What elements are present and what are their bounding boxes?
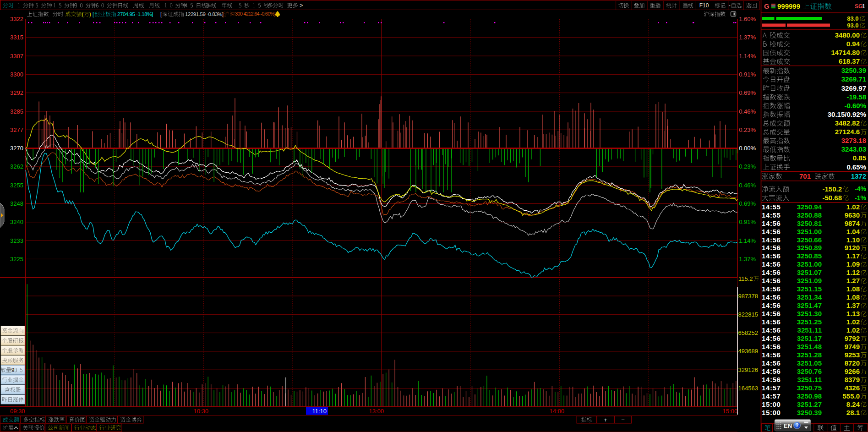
svg-text:-4%: -4% (855, 185, 866, 192)
svg-text:115.2: 115.2 (738, 275, 753, 282)
svg-text:-19.58: -19.58 (846, 93, 866, 101)
svg-text:>: > (300, 2, 303, 9)
svg-text:701: 701 (799, 172, 811, 180)
svg-text:14:57: 14:57 (762, 384, 781, 392)
svg-text:1.14%: 1.14% (739, 237, 756, 244)
svg-text:1.04: 1.04 (846, 228, 860, 235)
svg-text:3250.88: 3250.88 (797, 211, 822, 219)
svg-text:14:55: 14:55 (762, 203, 781, 211)
svg-text:14:56: 14:56 (762, 268, 781, 276)
svg-text:3251.05: 3251.05 (797, 359, 822, 367)
svg-text:0.65%: 0.65% (846, 163, 866, 171)
svg-text:14:56: 14:56 (762, 359, 781, 367)
svg-text:1.02: 1.02 (846, 318, 860, 326)
svg-text:8.24: 8.24 (846, 400, 860, 408)
svg-text:329126: 329126 (738, 366, 758, 373)
svg-text:555.0: 555.0 (842, 392, 860, 400)
svg-text:999999: 999999 (777, 2, 800, 10)
svg-text:1.60%: 1.60% (739, 16, 756, 22)
svg-text:−: − (621, 416, 625, 423)
svg-text:3482.82: 3482.82 (835, 119, 860, 127)
svg-text:164563: 164563 (738, 385, 758, 392)
svg-text:3250.66: 3250.66 (797, 236, 822, 244)
svg-text:0.46%: 0.46% (739, 108, 756, 115)
svg-text:14:56: 14:56 (762, 219, 781, 227)
svg-text:1.13: 1.13 (846, 310, 860, 317)
svg-text:1.37%: 1.37% (739, 34, 756, 41)
svg-text:?: ? (796, 422, 799, 428)
svg-text:3248: 3248 (10, 200, 23, 207)
svg-text:3250.39: 3250.39 (841, 66, 866, 74)
svg-text:14:56: 14:56 (762, 334, 781, 342)
svg-text:3243.03: 3243.03 (841, 145, 866, 153)
svg-text:1.14%: 1.14% (739, 53, 756, 60)
svg-text:3480.00: 3480.00 (835, 31, 860, 39)
svg-text:0.23%: 0.23% (739, 163, 756, 170)
svg-text:12291.59 -0.83%]: 12291.59 -0.83%] (185, 11, 224, 17)
svg-text:3250.81: 3250.81 (797, 219, 822, 227)
svg-text:3240: 3240 (10, 219, 23, 225)
svg-text:3292: 3292 (10, 89, 23, 96)
svg-text:3269.97: 3269.97 (841, 84, 866, 92)
svg-text:1.08: 1.08 (846, 293, 860, 301)
svg-text:9749: 9749 (845, 343, 860, 350)
svg-text:3300: 3300 (10, 71, 23, 78)
svg-text:3269.71: 3269.71 (841, 75, 866, 83)
svg-text:9630: 9630 (845, 211, 860, 219)
svg-text:3307: 3307 (10, 53, 23, 60)
svg-text:11:10: 11:10 (312, 408, 327, 415)
svg-text:0.91%: 0.91% (739, 71, 756, 78)
svg-text:1.12: 1.12 (846, 268, 860, 276)
svg-text:1.09: 1.09 (846, 260, 860, 268)
svg-text:9: 9 (11, 367, 15, 373)
svg-text:8379: 8379 (845, 376, 860, 383)
svg-text:9253: 9253 (845, 351, 860, 359)
svg-text:3250.94: 3250.94 (797, 203, 822, 211)
svg-text:8720: 8720 (845, 359, 860, 367)
svg-text:0.46%: 0.46% (739, 182, 756, 189)
svg-text:3250.98: 3250.98 (797, 392, 822, 400)
svg-text:3251.25: 3251.25 (797, 318, 822, 326)
svg-text:1.37%: 1.37% (739, 256, 756, 262)
svg-text:28.1: 28.1 (846, 409, 860, 416)
svg-text:14:56: 14:56 (762, 228, 781, 235)
svg-text:EN: EN (784, 422, 792, 429)
svg-text:618.37: 618.37 (839, 57, 860, 65)
svg-text:14:56: 14:56 (762, 236, 781, 244)
svg-text:83.0: 83.0 (847, 15, 858, 22)
svg-text:0.94: 0.94 (846, 40, 860, 48)
svg-text:15:00: 15:00 (722, 408, 737, 415)
svg-text:3277: 3277 (10, 126, 23, 133)
svg-text:3251.47: 3251.47 (797, 301, 822, 309)
svg-text:2704.95 -1.18%]: 2704.95 -1.18%] (117, 11, 153, 17)
svg-text:14:55: 14:55 (762, 211, 781, 219)
svg-text:822815: 822815 (738, 311, 758, 318)
svg-text:14:57: 14:57 (762, 392, 781, 400)
svg-text:14:56: 14:56 (762, 285, 781, 293)
svg-text:0.91%: 0.91% (739, 219, 756, 225)
svg-text:3250.39: 3250.39 (797, 409, 822, 416)
svg-text:27124.6: 27124.6 (835, 128, 860, 136)
svg-text:3251.15: 3251.15 (797, 285, 822, 293)
svg-text:3250.85: 3250.85 (797, 252, 822, 260)
svg-text:3251.07: 3251.07 (797, 268, 822, 276)
svg-text:SG: SG (855, 3, 863, 10)
svg-text:-: - (729, 2, 731, 9)
svg-text:0.23%: 0.23% (739, 126, 756, 133)
svg-text:4326: 4326 (845, 384, 860, 392)
svg-text:1.02: 1.02 (846, 203, 860, 211)
svg-text:3285: 3285 (10, 108, 23, 115)
svg-text:0.00%: 0.00% (739, 145, 756, 152)
svg-text:30.15/0.92%: 30.15/0.92% (828, 110, 866, 118)
svg-text:14:56: 14:56 (762, 351, 781, 359)
svg-text:-50.68: -50.68 (822, 194, 842, 202)
svg-text:14:56: 14:56 (762, 293, 781, 301)
svg-text:G: G (764, 2, 770, 10)
svg-text:3233: 3233 (10, 237, 23, 244)
svg-text:3322: 3322 (10, 16, 23, 22)
svg-text:3251.00: 3251.00 (797, 260, 822, 268)
svg-text:10:30: 10:30 (193, 408, 208, 415)
svg-text:3255: 3255 (10, 182, 23, 189)
svg-text:3251.30: 3251.30 (797, 310, 822, 317)
svg-text:3251.48: 3251.48 (797, 343, 822, 350)
